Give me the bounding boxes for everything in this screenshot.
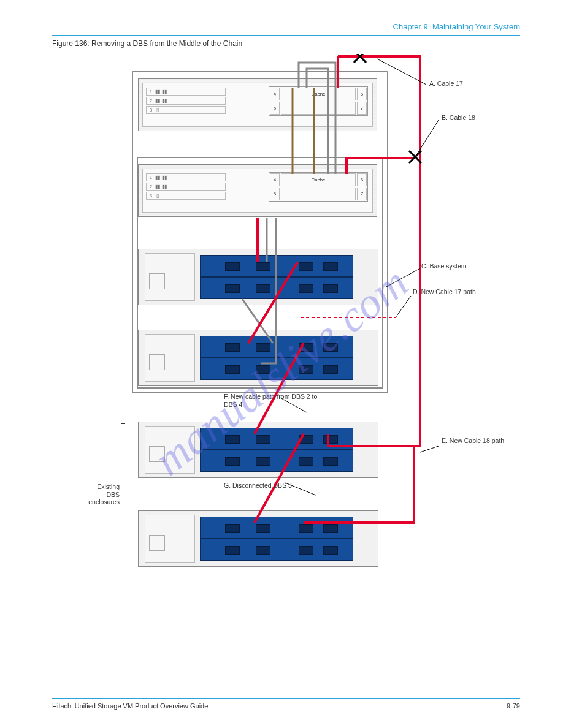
svg-line-4 <box>420 446 439 452</box>
label-g: G. Disconnected DBS 3 <box>224 482 328 490</box>
page-footer: Hitachi Unified Storage VM Product Overv… <box>52 698 520 710</box>
svg-line-3 <box>396 296 411 317</box>
label-b: B. Cable 18 <box>442 114 475 122</box>
dbs-enclosure <box>138 510 378 567</box>
svg-line-1 <box>415 120 439 157</box>
svg-line-2 <box>386 268 420 287</box>
bracket-icon <box>121 423 125 566</box>
footer-doc-title: Hitachi Unified Storage VM Product Overv… <box>52 702 208 710</box>
figure-caption: Figure 136: Removing a DBS from the Midd… <box>52 39 520 48</box>
inner-box <box>137 157 383 389</box>
label-c: C. Base system <box>421 262 467 270</box>
dbs-enclosure <box>138 422 378 478</box>
label-a: A. Cable 17 <box>429 80 463 88</box>
chapter-title: Chapter 9: Maintaining Your System <box>52 22 520 36</box>
label-f: F. New cable path from DBS 2 to DBS 4 <box>224 393 328 408</box>
label-d: D. New Cable 17 path <box>413 288 486 296</box>
bracket-label: Existing DBS enclosures <box>88 483 120 506</box>
page-number: 9-79 <box>507 702 520 710</box>
label-e: E. New Cable 18 path <box>442 437 515 445</box>
cabling-diagram: 1▮▮▮▮ 2▮▮▮▮ 3▯ 4 Cache 6 5 7 1▮▮▮▮ <box>132 54 537 593</box>
